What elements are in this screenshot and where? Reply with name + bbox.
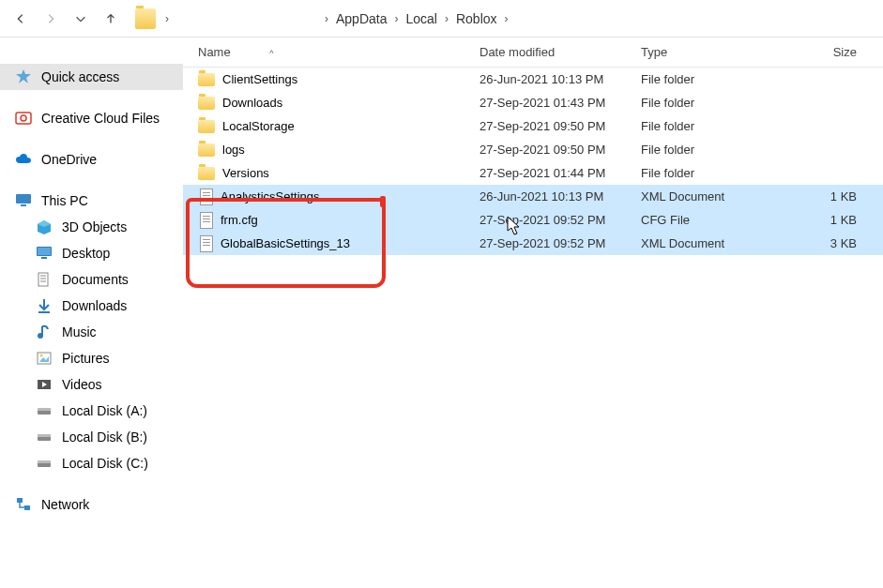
file-type: CFG File <box>641 213 791 227</box>
file-type: File folder <box>641 96 791 110</box>
file-row[interactable]: GlobalBasicSettings_1327-Sep-2021 09:52 … <box>183 232 883 255</box>
sidebar-item-label: Local Disk (C:) <box>62 456 148 471</box>
file-name: LocalStorage <box>222 119 295 133</box>
sidebar-item-label: 3D Objects <box>62 219 127 234</box>
file-row[interactable]: AnalysticsSettings26-Jun-2021 10:13 PMXM… <box>183 185 883 208</box>
nav-up-button[interactable] <box>98 6 124 32</box>
music-note-icon <box>36 324 53 340</box>
sidebar-item-creative-cloud[interactable]: Creative Cloud Files <box>0 105 183 131</box>
column-name[interactable]: Name ^ <box>189 45 480 59</box>
creative-cloud-icon <box>15 110 32 127</box>
sidebar-item-documents[interactable]: Documents <box>0 266 183 293</box>
svg-point-18 <box>40 354 43 357</box>
file-row[interactable]: frm.cfg27-Sep-2021 09:52 PMCFG File1 KB <box>183 208 883 232</box>
drive-icon <box>36 402 53 419</box>
file-size: 3 KB <box>791 236 864 250</box>
file-row[interactable]: Downloads27-Sep-2021 01:43 PMFile folder <box>183 91 883 114</box>
sidebar-item-label: Documents <box>62 272 129 287</box>
svg-point-15 <box>38 333 43 339</box>
sidebar-item-quick-access[interactable]: Quick access <box>0 64 183 90</box>
column-date[interactable]: Date modified <box>480 45 641 59</box>
cube-icon <box>36 219 53 235</box>
file-type: File folder <box>641 119 791 133</box>
sidebar-item-pictures[interactable]: Pictures <box>0 345 183 371</box>
sidebar-item-music[interactable]: Music <box>0 319 183 345</box>
sidebar-item-3d-objects[interactable]: 3D Objects <box>0 214 183 240</box>
sidebar: Quick access Creative Cloud Files OneDri… <box>0 38 183 588</box>
sidebar-item-desktop[interactable]: Desktop <box>0 240 183 266</box>
svg-rect-26 <box>38 460 51 463</box>
column-size[interactable]: Size <box>791 45 864 59</box>
pictures-icon <box>36 350 53 367</box>
breadcrumb-item[interactable]: Roblox <box>454 8 499 30</box>
chevron-right-icon: › <box>445 12 449 25</box>
breadcrumb-item[interactable]: Local <box>403 8 438 30</box>
file-name: Downloads <box>222 96 282 110</box>
file-row[interactable]: ClientSettings26-Jun-2021 10:13 PMFile f… <box>183 68 883 91</box>
file-row[interactable]: logs27-Sep-2021 09:50 PMFile folder <box>183 138 883 161</box>
sidebar-item-label: Local Disk (B:) <box>62 430 147 445</box>
download-arrow-icon <box>36 297 53 314</box>
sort-indicator-icon: ^ <box>269 49 273 58</box>
sidebar-item-downloads[interactable]: Downloads <box>0 293 183 319</box>
svg-rect-8 <box>38 248 51 255</box>
file-icon <box>200 235 213 252</box>
breadcrumb: › AppData › Local › Roblox › <box>319 8 514 30</box>
file-size: 1 KB <box>791 189 864 204</box>
svg-rect-27 <box>17 498 23 503</box>
file-type: XML Document <box>641 236 791 250</box>
svg-rect-24 <box>38 434 51 437</box>
sidebar-item-videos[interactable]: Videos <box>0 371 183 398</box>
folder-icon <box>198 73 215 86</box>
desktop-icon <box>36 245 53 262</box>
sidebar-item-label: This PC <box>41 193 88 208</box>
folder-icon <box>198 120 215 133</box>
sidebar-item-label: Pictures <box>62 351 110 366</box>
file-icon <box>200 212 213 229</box>
file-row[interactable]: Versions27-Sep-2021 01:44 PMFile folder <box>183 161 883 185</box>
folder-icon <box>198 143 215 157</box>
file-name: frm.cfg <box>221 213 258 227</box>
file-date: 27-Sep-2021 09:52 PM <box>480 236 641 250</box>
svg-marker-0 <box>16 69 31 83</box>
file-name: ClientSettings <box>222 72 297 86</box>
svg-rect-3 <box>16 194 31 204</box>
nav-back-button[interactable] <box>8 6 34 32</box>
monitor-icon <box>15 192 32 209</box>
file-name: AnalysticsSettings <box>221 189 320 204</box>
sidebar-item-this-pc[interactable]: This PC <box>0 188 183 214</box>
file-date: 27-Sep-2021 01:44 PM <box>480 166 641 180</box>
file-type: XML Document <box>641 189 791 204</box>
videos-icon <box>36 376 53 393</box>
address-folder-icon[interactable] <box>135 8 156 29</box>
content-pane: Name ^ Date modified Type Size ClientSet… <box>183 38 883 588</box>
drive-icon <box>36 455 53 472</box>
folder-icon <box>198 97 215 110</box>
sidebar-item-onedrive[interactable]: OneDrive <box>0 146 183 173</box>
svg-rect-4 <box>21 204 26 206</box>
sidebar-item-label: Videos <box>62 377 102 392</box>
file-name: GlobalBasicSettings_13 <box>221 236 350 250</box>
breadcrumb-item[interactable]: AppData <box>334 8 388 30</box>
file-type: File folder <box>641 166 791 180</box>
sidebar-item-label: Network <box>41 497 89 512</box>
column-headers: Name ^ Date modified Type Size <box>183 38 883 68</box>
file-list[interactable]: ClientSettings26-Jun-2021 10:13 PMFile f… <box>183 68 883 588</box>
sidebar-item-network[interactable]: Network <box>0 491 183 518</box>
column-type[interactable]: Type <box>641 45 791 59</box>
sidebar-item-disk-b[interactable]: Local Disk (B:) <box>0 424 183 450</box>
file-date: 27-Sep-2021 09:50 PM <box>480 143 641 157</box>
sidebar-item-label: OneDrive <box>41 152 97 167</box>
sidebar-item-disk-a[interactable]: Local Disk (A:) <box>0 398 183 424</box>
file-row[interactable]: LocalStorage27-Sep-2021 09:50 PMFile fol… <box>183 114 883 138</box>
network-icon <box>15 496 32 513</box>
file-name: Versions <box>222 166 269 180</box>
chevron-right-icon: › <box>505 12 509 25</box>
nav-forward-button[interactable] <box>38 6 64 32</box>
file-date: 27-Sep-2021 09:52 PM <box>480 213 641 227</box>
file-icon <box>200 188 213 205</box>
sidebar-item-disk-c[interactable]: Local Disk (C:) <box>0 450 183 476</box>
nav-recent-dropdown[interactable] <box>68 6 94 32</box>
file-type: File folder <box>641 72 791 86</box>
folder-icon <box>198 167 215 180</box>
